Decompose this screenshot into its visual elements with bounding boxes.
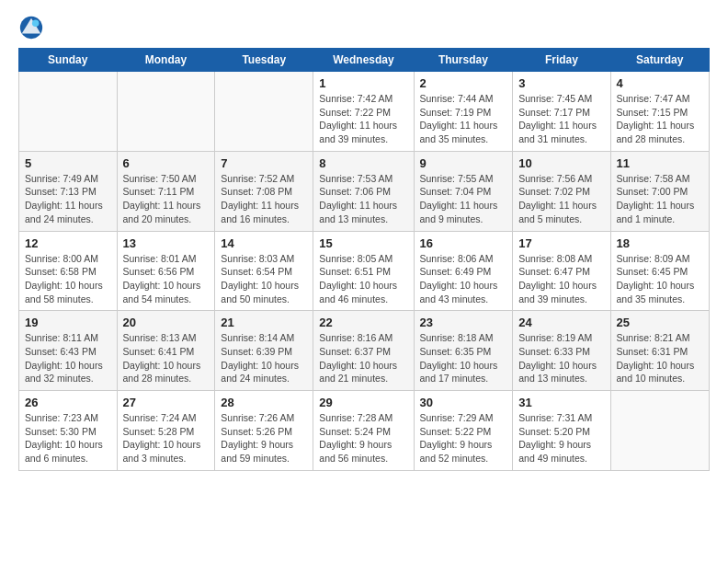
calendar-cell: 15Sunrise: 8:05 AM Sunset: 6:51 PM Dayli…: [313, 231, 414, 311]
day-info: Sunrise: 7:50 AM Sunset: 7:11 PM Dayligh…: [123, 172, 210, 226]
day-number: 2: [420, 76, 507, 90]
day-info: Sunrise: 7:52 AM Sunset: 7:08 PM Dayligh…: [221, 172, 307, 226]
day-info: Sunrise: 8:11 AM Sunset: 6:43 PM Dayligh…: [25, 331, 111, 385]
day-info: Sunrise: 7:23 AM Sunset: 5:30 PM Dayligh…: [25, 411, 111, 465]
calendar-cell: 19Sunrise: 8:11 AM Sunset: 6:43 PM Dayli…: [19, 311, 118, 391]
day-number: 3: [518, 76, 604, 90]
day-info: Sunrise: 7:31 AM Sunset: 5:20 PM Dayligh…: [518, 411, 604, 465]
calendar-week-row: 19Sunrise: 8:11 AM Sunset: 6:43 PM Dayli…: [19, 311, 710, 391]
day-info: Sunrise: 7:42 AM Sunset: 7:22 PM Dayligh…: [319, 92, 407, 146]
calendar-cell: 21Sunrise: 8:14 AM Sunset: 6:39 PM Dayli…: [215, 311, 313, 391]
page-header: [18, 15, 710, 40]
day-number: 30: [420, 396, 507, 409]
day-info: Sunrise: 8:16 AM Sunset: 6:37 PM Dayligh…: [319, 331, 407, 385]
calendar-cell: 8Sunrise: 7:53 AM Sunset: 7:06 PM Daylig…: [313, 151, 414, 231]
calendar-cell: 25Sunrise: 8:21 AM Sunset: 6:31 PM Dayli…: [610, 311, 709, 391]
calendar-cell: 12Sunrise: 8:00 AM Sunset: 6:58 PM Dayli…: [19, 231, 118, 311]
day-number: 13: [123, 236, 210, 250]
day-number: 16: [420, 236, 507, 250]
calendar-cell: 28Sunrise: 7:26 AM Sunset: 5:26 PM Dayli…: [215, 391, 313, 471]
day-info: Sunrise: 7:56 AM Sunset: 7:02 PM Dayligh…: [518, 172, 604, 226]
day-info: Sunrise: 8:00 AM Sunset: 6:58 PM Dayligh…: [25, 252, 111, 306]
day-number: 27: [123, 396, 210, 409]
day-info: Sunrise: 8:13 AM Sunset: 6:41 PM Dayligh…: [123, 331, 210, 385]
calendar-week-row: 1Sunrise: 7:42 AM Sunset: 7:22 PM Daylig…: [19, 72, 710, 152]
day-number: 21: [221, 316, 307, 329]
day-info: Sunrise: 8:08 AM Sunset: 6:47 PM Dayligh…: [518, 252, 604, 306]
weekday-header: Thursday: [414, 49, 513, 72]
calendar-cell: 23Sunrise: 8:18 AM Sunset: 6:35 PM Dayli…: [414, 311, 513, 391]
day-number: 5: [25, 156, 111, 170]
day-info: Sunrise: 8:21 AM Sunset: 6:31 PM Dayligh…: [617, 331, 703, 385]
day-number: 18: [617, 236, 703, 250]
day-info: Sunrise: 7:44 AM Sunset: 7:19 PM Dayligh…: [420, 92, 507, 146]
weekday-header: Sunday: [19, 49, 118, 72]
day-info: Sunrise: 7:55 AM Sunset: 7:04 PM Dayligh…: [420, 172, 507, 226]
day-number: 22: [319, 316, 407, 329]
logo-icon: [18, 15, 44, 40]
calendar-cell: 2Sunrise: 7:44 AM Sunset: 7:19 PM Daylig…: [414, 72, 513, 152]
day-number: 19: [25, 316, 111, 329]
calendar-cell: 17Sunrise: 8:08 AM Sunset: 6:47 PM Dayli…: [513, 231, 610, 311]
day-number: 4: [617, 76, 703, 90]
calendar-cell: 1Sunrise: 7:42 AM Sunset: 7:22 PM Daylig…: [313, 72, 414, 152]
calendar-table: SundayMondayTuesdayWednesdayThursdayFrid…: [18, 48, 710, 471]
calendar-page: SundayMondayTuesdayWednesdayThursdayFrid…: [0, 0, 728, 486]
day-number: 29: [319, 396, 407, 409]
day-info: Sunrise: 7:47 AM Sunset: 7:15 PM Dayligh…: [617, 92, 703, 146]
calendar-cell: 11Sunrise: 7:58 AM Sunset: 7:00 PM Dayli…: [610, 151, 709, 231]
day-info: Sunrise: 8:05 AM Sunset: 6:51 PM Dayligh…: [319, 252, 407, 306]
day-info: Sunrise: 8:14 AM Sunset: 6:39 PM Dayligh…: [221, 331, 307, 385]
calendar-cell: 18Sunrise: 8:09 AM Sunset: 6:45 PM Dayli…: [610, 231, 709, 311]
calendar-week-row: 26Sunrise: 7:23 AM Sunset: 5:30 PM Dayli…: [19, 391, 710, 471]
day-number: 15: [319, 236, 407, 250]
day-number: 8: [319, 156, 407, 170]
day-info: Sunrise: 7:26 AM Sunset: 5:26 PM Dayligh…: [221, 411, 307, 465]
day-number: 12: [25, 236, 111, 250]
logo: [18, 15, 46, 40]
weekday-header: Wednesday: [313, 49, 414, 72]
day-info: Sunrise: 7:24 AM Sunset: 5:28 PM Dayligh…: [123, 411, 210, 465]
calendar-week-row: 5Sunrise: 7:49 AM Sunset: 7:13 PM Daylig…: [19, 151, 710, 231]
calendar-cell: 7Sunrise: 7:52 AM Sunset: 7:08 PM Daylig…: [215, 151, 313, 231]
day-number: 28: [221, 396, 307, 409]
day-info: Sunrise: 7:45 AM Sunset: 7:17 PM Dayligh…: [518, 92, 604, 146]
day-number: 6: [123, 156, 210, 170]
weekday-header-row: SundayMondayTuesdayWednesdayThursdayFrid…: [19, 49, 710, 72]
calendar-cell: 22Sunrise: 8:16 AM Sunset: 6:37 PM Dayli…: [313, 311, 414, 391]
calendar-cell: [19, 72, 118, 152]
calendar-cell: 3Sunrise: 7:45 AM Sunset: 7:17 PM Daylig…: [513, 72, 610, 152]
calendar-cell: 24Sunrise: 8:19 AM Sunset: 6:33 PM Dayli…: [513, 311, 610, 391]
day-number: 7: [221, 156, 307, 170]
day-number: 10: [518, 156, 604, 170]
day-info: Sunrise: 7:53 AM Sunset: 7:06 PM Dayligh…: [319, 172, 407, 226]
day-number: 24: [518, 316, 604, 329]
day-info: Sunrise: 8:09 AM Sunset: 6:45 PM Dayligh…: [617, 252, 703, 306]
calendar-week-row: 12Sunrise: 8:00 AM Sunset: 6:58 PM Dayli…: [19, 231, 710, 311]
day-number: 9: [420, 156, 507, 170]
calendar-cell: [117, 72, 215, 152]
svg-point-2: [32, 20, 39, 27]
day-info: Sunrise: 8:06 AM Sunset: 6:49 PM Dayligh…: [420, 252, 507, 306]
calendar-cell: 30Sunrise: 7:29 AM Sunset: 5:22 PM Dayli…: [414, 391, 513, 471]
day-number: 17: [518, 236, 604, 250]
calendar-cell: 27Sunrise: 7:24 AM Sunset: 5:28 PM Dayli…: [117, 391, 215, 471]
day-info: Sunrise: 8:19 AM Sunset: 6:33 PM Dayligh…: [518, 331, 604, 385]
day-number: 25: [617, 316, 703, 329]
day-number: 11: [617, 156, 703, 170]
day-info: Sunrise: 7:29 AM Sunset: 5:22 PM Dayligh…: [420, 411, 507, 465]
weekday-header: Saturday: [610, 49, 709, 72]
day-number: 20: [123, 316, 210, 329]
calendar-cell: [610, 391, 709, 471]
calendar-cell: 16Sunrise: 8:06 AM Sunset: 6:49 PM Dayli…: [414, 231, 513, 311]
weekday-header: Friday: [513, 49, 610, 72]
calendar-cell: 31Sunrise: 7:31 AM Sunset: 5:20 PM Dayli…: [513, 391, 610, 471]
day-number: 1: [319, 76, 407, 90]
calendar-cell: 9Sunrise: 7:55 AM Sunset: 7:04 PM Daylig…: [414, 151, 513, 231]
weekday-header: Tuesday: [215, 49, 313, 72]
day-info: Sunrise: 7:28 AM Sunset: 5:24 PM Dayligh…: [319, 411, 407, 465]
calendar-cell: [215, 72, 313, 152]
calendar-cell: 14Sunrise: 8:03 AM Sunset: 6:54 PM Dayli…: [215, 231, 313, 311]
day-info: Sunrise: 7:49 AM Sunset: 7:13 PM Dayligh…: [25, 172, 111, 226]
calendar-cell: 5Sunrise: 7:49 AM Sunset: 7:13 PM Daylig…: [19, 151, 118, 231]
